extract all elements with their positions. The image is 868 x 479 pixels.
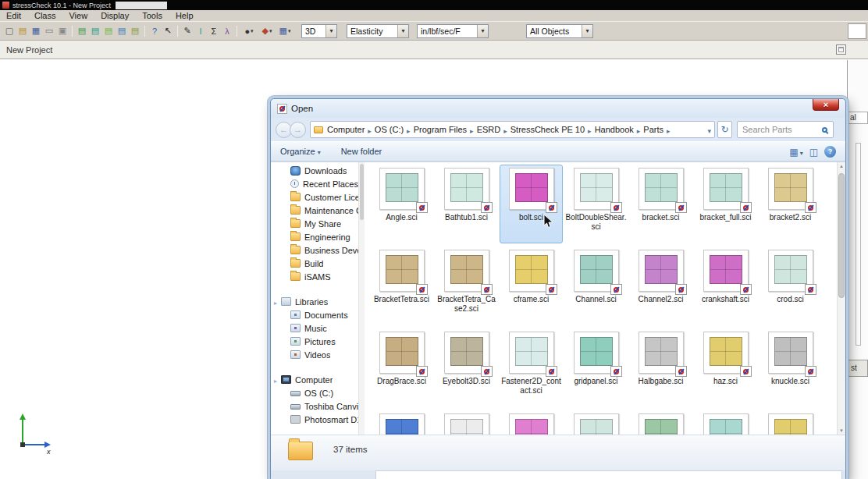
Fastener2D_contact.sci[interactable]: Fastener2D_contact.sci bbox=[500, 328, 563, 407]
bracket2.sci[interactable]: bracket2.sci bbox=[759, 165, 822, 243]
sidebar-item[interactable]: Toshiba Canvio H bbox=[271, 399, 365, 413]
sidebar-item[interactable]: Documents bbox=[271, 308, 365, 321]
curve-tool-icon[interactable]: ◆ bbox=[258, 25, 276, 37]
menu-item[interactable]: Tools bbox=[142, 10, 162, 21]
file-item[interactable] bbox=[500, 410, 563, 435]
BracketTetra.sci[interactable]: BracketTetra.sci bbox=[370, 247, 433, 325]
sidebar-scrollbar-thumb[interactable] bbox=[360, 164, 364, 220]
expander-icon[interactable] bbox=[274, 297, 281, 307]
sidebar-item[interactable]: Photosmart D110 bbox=[271, 413, 365, 426]
sidebar-item[interactable]: Recent Places bbox=[271, 177, 365, 190]
units-select[interactable]: in/lbf/sec/F bbox=[417, 24, 489, 38]
doc-lime-icon[interactable]: ▤ bbox=[102, 25, 115, 37]
sidebar-item[interactable]: OS (C:) bbox=[271, 386, 365, 399]
files-scrollbar[interactable] bbox=[837, 162, 845, 435]
print-icon[interactable]: ▭ bbox=[43, 25, 55, 37]
file-item[interactable] bbox=[629, 410, 692, 435]
BracketTetra_Case2.sci[interactable]: BracketTetra_Case2.sci bbox=[435, 247, 498, 325]
copy-icon[interactable]: ▣ bbox=[56, 25, 69, 37]
bolt.sci[interactable]: bolt.sci bbox=[500, 165, 563, 243]
crankshaft.sci[interactable]: crankshaft.sci bbox=[694, 247, 757, 325]
restore-window-button[interactable] bbox=[836, 44, 846, 55]
preview-pane-button[interactable] bbox=[809, 144, 818, 158]
sidebar-item[interactable]: Engineering bbox=[271, 230, 365, 243]
haz.sci[interactable]: haz.sci bbox=[694, 328, 757, 407]
breadcrumb-item[interactable]: Handbook bbox=[592, 125, 636, 134]
sidebar-item[interactable]: Customer License bbox=[271, 190, 365, 204]
breadcrumb-item[interactable]: Program Files bbox=[411, 125, 469, 134]
help-info-icon[interactable]: ? bbox=[148, 25, 161, 37]
chevron-down-icon[interactable] bbox=[397, 25, 408, 37]
menu-item[interactable]: Class bbox=[34, 10, 56, 21]
ibeam-icon[interactable]: I bbox=[194, 25, 207, 37]
Angle.sci[interactable]: Angle.sci bbox=[370, 165, 433, 243]
doc-blue-icon[interactable]: ▤ bbox=[116, 25, 128, 37]
forward-button[interactable] bbox=[290, 122, 306, 138]
doc-teal-icon[interactable]: ▤ bbox=[89, 25, 101, 37]
theory-select[interactable]: Elasticity bbox=[347, 24, 409, 38]
dimension-select[interactable]: 3D bbox=[301, 24, 337, 38]
expander-icon[interactable] bbox=[274, 375, 281, 385]
Halbgabe.sci[interactable]: Halbgabe.sci bbox=[629, 328, 692, 407]
chevron-down-icon[interactable] bbox=[477, 25, 488, 37]
file-item[interactable] bbox=[694, 410, 757, 435]
file-item[interactable] bbox=[564, 410, 628, 435]
breadcrumb-item[interactable]: ESRD bbox=[475, 125, 503, 134]
views-button[interactable] bbox=[789, 144, 802, 158]
new-model-icon[interactable]: ▢ bbox=[3, 25, 16, 37]
refresh-button[interactable] bbox=[717, 121, 732, 138]
bracket_full.sci[interactable]: bracket_full.sci bbox=[694, 165, 757, 243]
sidebar-item[interactable]: Computer bbox=[271, 373, 365, 386]
open-model-icon[interactable]: ▤ bbox=[16, 25, 29, 37]
close-button[interactable] bbox=[813, 99, 839, 111]
new-folder-button[interactable]: New folder bbox=[341, 147, 382, 156]
menu-item[interactable]: View bbox=[69, 10, 87, 21]
sidebar-item[interactable]: Libraries bbox=[271, 295, 365, 308]
grid-tool-icon[interactable]: ▦ bbox=[276, 25, 293, 37]
pointer-icon[interactable]: ↖ bbox=[162, 25, 174, 37]
sidebar-scrollbar[interactable] bbox=[358, 162, 365, 435]
search-box[interactable] bbox=[737, 121, 834, 138]
pen-icon[interactable]: ✎ bbox=[181, 25, 194, 37]
sidebar-item[interactable]: My Share bbox=[271, 217, 365, 230]
gridpanel.sci[interactable]: gridpanel.sci bbox=[564, 328, 628, 407]
chevron-down-icon[interactable] bbox=[582, 25, 592, 37]
knuckle.sci[interactable]: knuckle.sci bbox=[759, 328, 822, 407]
chevron-right-icon[interactable] bbox=[666, 122, 671, 137]
file-item[interactable] bbox=[759, 410, 822, 435]
menu-item[interactable]: Help bbox=[176, 10, 194, 21]
objects-select[interactable]: All Objects bbox=[526, 24, 593, 38]
bracket.sci[interactable]: bracket.sci bbox=[629, 165, 692, 243]
breadcrumb-item[interactable]: Computer bbox=[325, 125, 367, 134]
sigma-icon[interactable]: Σ bbox=[208, 25, 220, 37]
sidebar-item[interactable]: Maintenance Con bbox=[271, 204, 365, 217]
right-panel-button[interactable]: st bbox=[848, 360, 868, 377]
dialog-titlebar[interactable]: Open bbox=[271, 99, 845, 118]
menu-item[interactable]: Edit bbox=[6, 10, 21, 21]
doc-green-icon[interactable]: ▤ bbox=[76, 25, 88, 37]
sidebar-item[interactable]: Business Develop bbox=[271, 243, 365, 257]
sidebar-item[interactable]: Videos bbox=[271, 348, 365, 361]
sidebar-item[interactable]: Downloads bbox=[271, 164, 365, 177]
Bathtub1.sci[interactable]: Bathtub1.sci bbox=[435, 165, 498, 243]
search-input[interactable] bbox=[738, 125, 822, 134]
menu-item[interactable]: Display bbox=[101, 10, 129, 21]
file-item[interactable] bbox=[370, 410, 433, 435]
breadcrumb-item[interactable]: StressCheck PE 10 bbox=[508, 125, 587, 134]
sidebar-item[interactable]: Pictures bbox=[271, 335, 365, 348]
file-item[interactable] bbox=[435, 410, 498, 435]
sidebar-item[interactable]: Build bbox=[271, 257, 365, 270]
point-tool-icon[interactable]: ● bbox=[240, 25, 258, 37]
sidebar-item[interactable]: Music bbox=[271, 321, 365, 335]
right-panel-scrollbar[interactable] bbox=[856, 143, 861, 346]
doc-olive-icon[interactable]: ▤ bbox=[129, 25, 141, 37]
help-button[interactable] bbox=[824, 146, 836, 158]
cframe.sci[interactable]: cframe.sci bbox=[500, 247, 563, 325]
Eyebolt3D.sci[interactable]: Eyebolt3D.sci bbox=[435, 328, 498, 407]
breadcrumb-item[interactable]: Parts bbox=[641, 125, 666, 134]
address-dropdown-icon[interactable] bbox=[707, 122, 711, 137]
address-bar[interactable]: Computer OS (C:) Program Files E bbox=[310, 121, 715, 138]
save-model-icon[interactable]: ▦ bbox=[30, 25, 42, 37]
Channel2.sci[interactable]: Channel2.sci bbox=[629, 247, 692, 325]
organize-button[interactable]: Organize bbox=[280, 147, 321, 156]
